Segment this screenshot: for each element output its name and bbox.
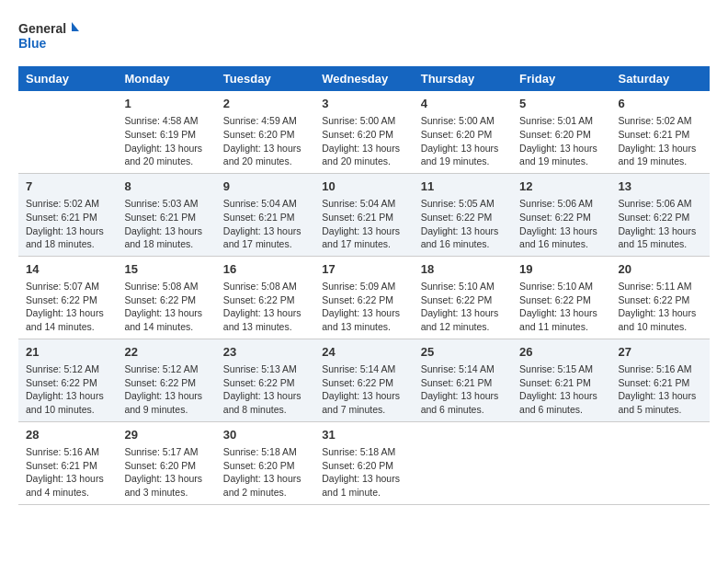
week-row-2: 14Sunrise: 5:07 AMSunset: 6:22 PMDayligh… <box>18 256 710 339</box>
day-number: 18 <box>421 261 505 278</box>
calendar-cell <box>414 421 512 504</box>
calendar-cell: 4Sunrise: 5:00 AMSunset: 6:20 PMDaylight… <box>414 91 512 173</box>
sunrise-text: Sunrise: 5:15 AM <box>519 363 593 374</box>
sunrise-text: Sunrise: 5:01 AM <box>519 115 593 126</box>
calendar-cell: 16Sunrise: 5:08 AMSunset: 6:22 PMDayligh… <box>216 256 314 339</box>
daylight-text: Daylight: 13 hours and 15 minutes. <box>619 225 697 250</box>
sunset-text: Sunset: 6:22 PM <box>421 294 493 305</box>
calendar-cell <box>611 421 710 504</box>
header-day-monday: Monday <box>117 66 215 91</box>
sunset-text: Sunset: 6:21 PM <box>619 129 690 140</box>
svg-marker-2 <box>72 22 79 31</box>
calendar-cell: 5Sunrise: 5:01 AMSunset: 6:20 PMDaylight… <box>512 91 610 173</box>
week-row-0: 1Sunrise: 4:58 AMSunset: 6:19 PMDaylight… <box>18 91 710 173</box>
daylight-text: Daylight: 13 hours and 6 minutes. <box>421 390 499 415</box>
day-number: 25 <box>421 344 505 361</box>
sunrise-text: Sunrise: 5:14 AM <box>322 363 395 374</box>
daylight-text: Daylight: 13 hours and 20 minutes. <box>322 143 400 167</box>
calendar-cell: 22Sunrise: 5:12 AMSunset: 6:22 PMDayligh… <box>117 339 215 421</box>
sunrise-text: Sunrise: 5:00 AM <box>421 115 495 126</box>
calendar-table: SundayMondayTuesdayWednesdayThursdayFrid… <box>18 66 710 505</box>
day-number: 29 <box>124 427 208 443</box>
sunrise-text: Sunrise: 5:08 AM <box>124 281 198 292</box>
logo: General Blue <box>18 18 83 57</box>
calendar-cell: 3Sunrise: 5:00 AMSunset: 6:20 PMDaylight… <box>314 91 413 173</box>
sunrise-text: Sunrise: 5:16 AM <box>26 446 99 457</box>
sunrise-text: Sunrise: 5:13 AM <box>223 363 297 374</box>
sunset-text: Sunset: 6:22 PM <box>322 294 393 305</box>
daylight-text: Daylight: 13 hours and 19 minutes. <box>519 143 597 167</box>
day-number: 23 <box>223 344 307 361</box>
daylight-text: Daylight: 13 hours and 10 minutes. <box>619 307 697 332</box>
calendar-cell: 31Sunrise: 5:18 AMSunset: 6:20 PMDayligh… <box>314 421 413 504</box>
calendar-cell: 20Sunrise: 5:11 AMSunset: 6:22 PMDayligh… <box>611 256 710 339</box>
calendar-cell: 12Sunrise: 5:06 AMSunset: 6:22 PMDayligh… <box>512 173 610 256</box>
calendar-cell: 26Sunrise: 5:15 AMSunset: 6:21 PMDayligh… <box>512 339 610 421</box>
header-day-tuesday: Tuesday <box>216 66 314 91</box>
calendar-cell: 21Sunrise: 5:12 AMSunset: 6:22 PMDayligh… <box>18 339 117 421</box>
sunset-text: Sunset: 6:21 PM <box>26 212 97 223</box>
sunrise-text: Sunrise: 5:18 AM <box>322 446 395 457</box>
svg-text:Blue: Blue <box>18 36 47 51</box>
calendar-cell: 28Sunrise: 5:16 AMSunset: 6:21 PMDayligh… <box>18 421 117 504</box>
daylight-text: Daylight: 13 hours and 17 minutes. <box>322 225 400 250</box>
daylight-text: Daylight: 13 hours and 11 minutes. <box>519 307 597 332</box>
sunrise-text: Sunrise: 5:17 AM <box>124 446 198 457</box>
daylight-text: Daylight: 13 hours and 18 minutes. <box>124 225 202 250</box>
day-number: 16 <box>223 261 307 278</box>
sunrise-text: Sunrise: 4:59 AM <box>223 115 297 126</box>
day-number: 22 <box>124 344 208 361</box>
calendar-header: SundayMondayTuesdayWednesdayThursdayFrid… <box>18 66 710 91</box>
day-number: 14 <box>26 261 109 278</box>
sunrise-text: Sunrise: 5:10 AM <box>421 281 495 292</box>
sunrise-text: Sunrise: 5:18 AM <box>223 446 297 457</box>
header-day-friday: Friday <box>512 66 610 91</box>
sunrise-text: Sunrise: 4:58 AM <box>124 115 198 126</box>
day-number: 15 <box>124 261 208 278</box>
sunset-text: Sunset: 6:22 PM <box>619 294 690 305</box>
day-number: 1 <box>124 96 208 112</box>
sunset-text: Sunset: 6:22 PM <box>124 377 196 388</box>
sunset-text: Sunset: 6:20 PM <box>124 460 196 471</box>
daylight-text: Daylight: 13 hours and 12 minutes. <box>421 307 499 332</box>
day-number: 2 <box>223 96 307 112</box>
daylight-text: Daylight: 13 hours and 6 minutes. <box>519 390 597 415</box>
day-number: 24 <box>322 344 405 361</box>
calendar-cell: 30Sunrise: 5:18 AMSunset: 6:20 PMDayligh… <box>216 421 314 504</box>
calendar-cell: 14Sunrise: 5:07 AMSunset: 6:22 PMDayligh… <box>18 256 117 339</box>
sunrise-text: Sunrise: 5:04 AM <box>223 198 297 209</box>
sunset-text: Sunset: 6:22 PM <box>223 294 295 305</box>
day-number: 17 <box>322 261 405 278</box>
sunrise-text: Sunrise: 5:06 AM <box>519 198 593 209</box>
day-number: 19 <box>519 261 603 278</box>
week-row-4: 28Sunrise: 5:16 AMSunset: 6:21 PMDayligh… <box>18 421 710 504</box>
day-number: 11 <box>421 178 505 195</box>
daylight-text: Daylight: 13 hours and 10 minutes. <box>26 390 104 415</box>
daylight-text: Daylight: 13 hours and 14 minutes. <box>26 307 104 332</box>
day-number: 10 <box>322 178 405 195</box>
calendar-cell: 18Sunrise: 5:10 AMSunset: 6:22 PMDayligh… <box>414 256 512 339</box>
calendar-cell: 9Sunrise: 5:04 AMSunset: 6:21 PMDaylight… <box>216 173 314 256</box>
sunset-text: Sunset: 6:20 PM <box>322 129 393 140</box>
daylight-text: Daylight: 13 hours and 19 minutes. <box>619 143 697 167</box>
calendar-cell: 8Sunrise: 5:03 AMSunset: 6:21 PMDaylight… <box>117 173 215 256</box>
sunset-text: Sunset: 6:19 PM <box>124 129 196 140</box>
calendar-body: 1Sunrise: 4:58 AMSunset: 6:19 PMDaylight… <box>18 91 710 504</box>
calendar-cell: 15Sunrise: 5:08 AMSunset: 6:22 PMDayligh… <box>117 256 215 339</box>
sunset-text: Sunset: 6:20 PM <box>421 129 493 140</box>
sunset-text: Sunset: 6:20 PM <box>223 460 295 471</box>
calendar-cell: 11Sunrise: 5:05 AMSunset: 6:22 PMDayligh… <box>414 173 512 256</box>
calendar-cell: 23Sunrise: 5:13 AMSunset: 6:22 PMDayligh… <box>216 339 314 421</box>
sunset-text: Sunset: 6:21 PM <box>619 377 690 388</box>
sunset-text: Sunset: 6:20 PM <box>322 460 393 471</box>
sunset-text: Sunset: 6:21 PM <box>421 377 493 388</box>
sunrise-text: Sunrise: 5:09 AM <box>322 281 395 292</box>
daylight-text: Daylight: 13 hours and 16 minutes. <box>519 225 597 250</box>
day-number: 3 <box>322 96 405 112</box>
daylight-text: Daylight: 13 hours and 20 minutes. <box>124 143 202 167</box>
sunset-text: Sunset: 6:21 PM <box>223 212 295 223</box>
daylight-text: Daylight: 13 hours and 1 minute. <box>322 473 400 498</box>
sunset-text: Sunset: 6:22 PM <box>124 294 196 305</box>
calendar-cell: 1Sunrise: 4:58 AMSunset: 6:19 PMDaylight… <box>117 91 215 173</box>
sunrise-text: Sunrise: 5:08 AM <box>223 281 297 292</box>
